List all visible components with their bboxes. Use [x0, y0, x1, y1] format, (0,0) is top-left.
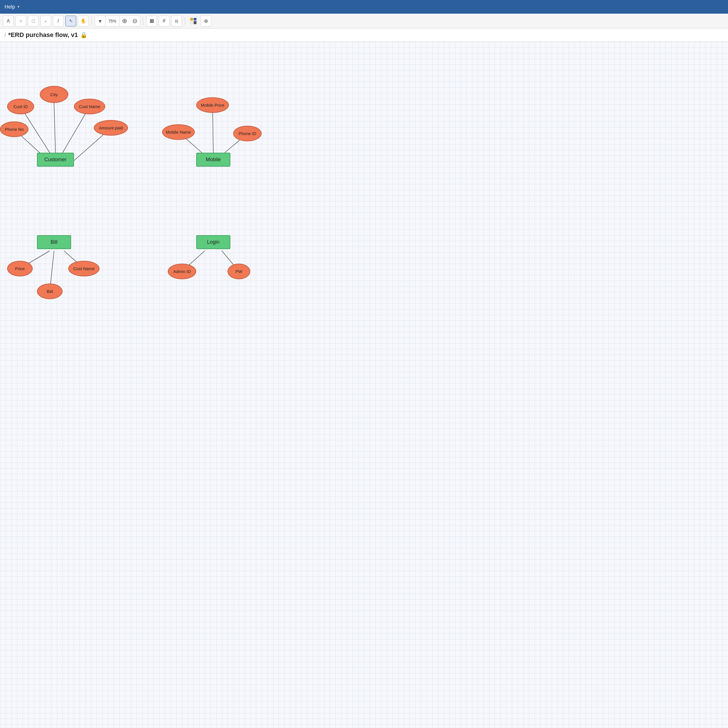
attr-price[interactable]: Price	[7, 261, 33, 277]
attr-amount-paid[interactable]: Amount paid	[94, 120, 128, 136]
line-tool-button[interactable]: /	[53, 16, 64, 26]
menu-help[interactable]: Help ▼	[5, 4, 20, 10]
entity-login[interactable]: Login	[196, 235, 230, 249]
extra-grid-button[interactable]: ⊟	[171, 16, 182, 26]
svg-line-5	[213, 113, 213, 153]
help-label: Help	[5, 4, 15, 10]
attr-mobile-price[interactable]: Mobile Price	[196, 97, 229, 113]
attr-pw[interactable]: PW	[228, 264, 250, 279]
color-dark	[194, 21, 196, 24]
attr-bid[interactable]: Bid	[37, 283, 63, 299]
color-orange	[190, 18, 193, 20]
zoom-out-button[interactable]: ⊖	[130, 16, 140, 26]
grid-plus-button[interactable]: ⊞	[146, 16, 157, 26]
title-bar: / *ERD purchase flow, v1 🔒	[0, 28, 728, 42]
color-palette-icon[interactable]	[188, 16, 199, 26]
chevron-down-icon: ▼	[17, 5, 20, 9]
attr-admin-id[interactable]: Admin ID	[168, 264, 196, 279]
attr-city[interactable]: City	[40, 86, 68, 103]
ellipse-tool-button[interactable]: ○	[15, 16, 26, 26]
attr-phone-id[interactable]: Phone ID	[233, 126, 262, 141]
zoom-dropdown-arrow[interactable]: ▾	[95, 16, 105, 26]
attr-cust-id[interactable]: Cust ID	[7, 99, 34, 114]
breadcrumb-slash: /	[5, 32, 6, 38]
attr-phone-no[interactable]: Phone No	[0, 121, 28, 137]
menu-bar: Help ▼	[0, 0, 728, 14]
zoom-control[interactable]: ▾ 75% ⊕ ⊖	[95, 16, 140, 26]
entity-customer[interactable]: Customer	[37, 153, 74, 167]
attr-cust-name-bill[interactable]: Cust Name	[68, 261, 99, 277]
page-title: *ERD purchase flow, v1	[8, 31, 78, 39]
color-blue	[194, 18, 196, 20]
select-tool-button[interactable]: ↖	[66, 16, 76, 26]
attr-mobile-name[interactable]: Mobile Name	[162, 124, 195, 140]
rect-tool-button[interactable]: □	[28, 16, 39, 26]
separator-1	[92, 17, 92, 25]
connector-tool-button[interactable]: ⌐	[40, 16, 51, 26]
color-white	[190, 21, 193, 24]
layers-button[interactable]: ⊕	[200, 16, 211, 26]
text-tool-button[interactable]: A	[3, 16, 14, 26]
entity-bill[interactable]: Bill	[37, 235, 71, 249]
zoom-value[interactable]: 75%	[105, 16, 119, 26]
entity-mobile[interactable]: Mobile	[196, 153, 230, 167]
pan-tool-button[interactable]: ✋	[78, 16, 89, 26]
lock-icon[interactable]: 🔒	[80, 32, 87, 38]
hash-button[interactable]: #	[159, 16, 170, 26]
erd-diagram-svg	[0, 42, 728, 728]
svg-line-0	[54, 103, 55, 153]
attr-cust-name-top[interactable]: Cust Name	[74, 99, 105, 114]
canvas-area[interactable]: Customer Mobile Bill Login City Cust ID …	[0, 42, 728, 728]
toolbar: A ○ □ ⌐ / ↖ ✋ ▾ 75% ⊕ ⊖ ⊞ # ⊟ ⊕	[0, 14, 728, 28]
zoom-in-button[interactable]: ⊕	[119, 16, 130, 26]
